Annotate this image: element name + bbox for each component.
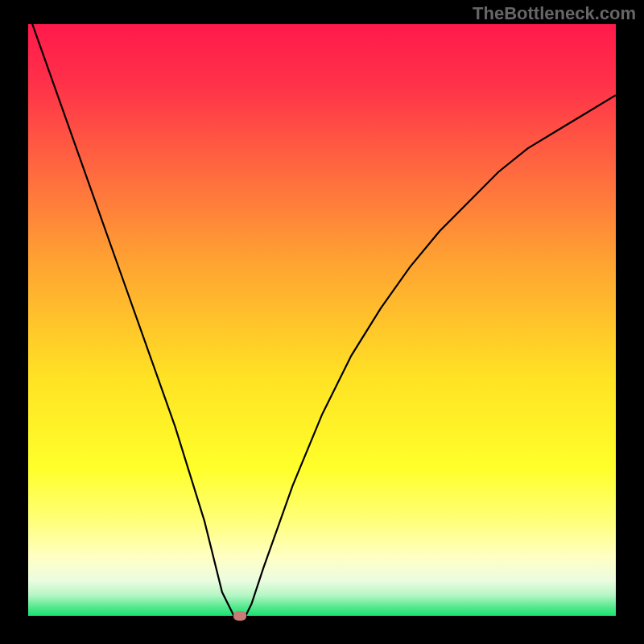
bottleneck-curve	[28, 24, 616, 616]
watermark-text: TheBottleneck.com	[473, 3, 636, 24]
plot-area	[28, 24, 616, 616]
optimal-marker	[233, 611, 246, 621]
chart-frame: TheBottleneck.com	[0, 0, 644, 644]
